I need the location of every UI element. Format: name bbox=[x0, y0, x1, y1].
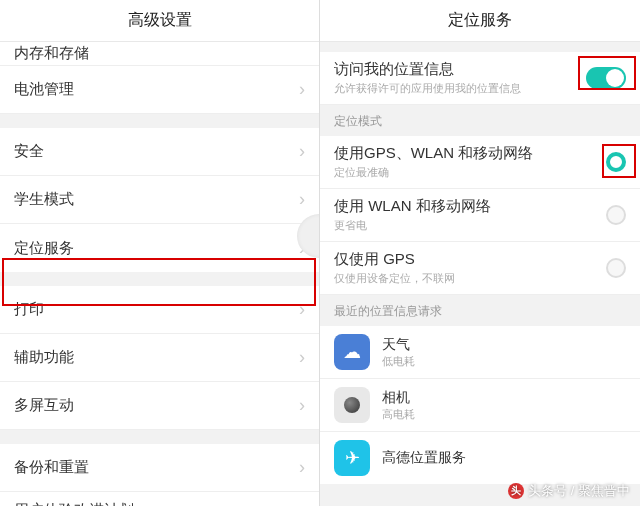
row-battery[interactable]: 电池管理 › bbox=[0, 66, 319, 114]
row-accessibility[interactable]: 辅助功能 › bbox=[0, 334, 319, 382]
access-title: 访问我的位置信息 bbox=[334, 60, 586, 79]
row-print[interactable]: 打印 › bbox=[0, 286, 319, 334]
mode-title: 仅使用 GPS bbox=[334, 250, 606, 269]
gap bbox=[0, 272, 319, 286]
label: 安全 bbox=[14, 142, 299, 161]
chevron-icon: › bbox=[299, 79, 305, 100]
app-name: 天气 bbox=[382, 336, 626, 354]
radio-icon[interactable] bbox=[606, 258, 626, 278]
row-mode-gps-wlan[interactable]: 使用GPS、WLAN 和移动网络 定位最准确 bbox=[320, 136, 640, 189]
watermark: 头 头条号 / 聚焦晋中 bbox=[508, 482, 630, 500]
label: 学生模式 bbox=[14, 190, 299, 209]
chevron-icon: › bbox=[299, 299, 305, 320]
app-row-amap[interactable]: ✈ 高德位置服务 bbox=[320, 432, 640, 484]
row-backup[interactable]: 备份和重置 › bbox=[0, 444, 319, 492]
mode-sub: 定位最准确 bbox=[334, 165, 606, 180]
right-title: 定位服务 bbox=[448, 10, 512, 31]
watermark-text: 头条号 / 聚焦晋中 bbox=[528, 482, 630, 500]
label: 定位服务 bbox=[14, 239, 299, 258]
right-content: 访问我的位置信息 允许获得许可的应用使用我的位置信息 定位模式 使用GPS、WL… bbox=[320, 42, 640, 506]
gap bbox=[320, 42, 640, 52]
mode-sub: 仅使用设备定位，不联网 bbox=[334, 271, 606, 286]
row-mode-gps-only[interactable]: 仅使用 GPS 仅使用设备定位，不联网 bbox=[320, 242, 640, 295]
app-name: 相机 bbox=[382, 389, 626, 407]
left-header: 高级设置 bbox=[0, 0, 319, 42]
label: 用户体验改进计划 bbox=[14, 501, 305, 507]
row-storage-partial[interactable]: 内存和存储 bbox=[0, 42, 319, 66]
chevron-icon: › bbox=[299, 347, 305, 368]
toggle-access[interactable] bbox=[586, 67, 626, 89]
left-title: 高级设置 bbox=[128, 10, 192, 31]
label: 打印 bbox=[14, 300, 299, 319]
weather-icon: ☁ bbox=[334, 334, 370, 370]
camera-icon bbox=[334, 387, 370, 423]
row-ux[interactable]: 用户体验改进计划 bbox=[0, 492, 319, 506]
row-location[interactable]: 定位服务 › bbox=[0, 224, 319, 272]
label: 多屏互动 bbox=[14, 396, 299, 415]
app-sub: 低电耗 bbox=[382, 354, 626, 369]
chevron-icon: › bbox=[299, 189, 305, 210]
chevron-icon: › bbox=[299, 457, 305, 478]
section-recent: 最近的位置信息请求 bbox=[320, 295, 640, 326]
mode-title: 使用 WLAN 和移动网络 bbox=[334, 197, 606, 216]
row-mode-wlan[interactable]: 使用 WLAN 和移动网络 更省电 bbox=[320, 189, 640, 242]
radio-selected-icon[interactable] bbox=[606, 152, 626, 172]
gap bbox=[0, 114, 319, 128]
label: 内存和存储 bbox=[14, 44, 89, 63]
app-row-weather[interactable]: ☁ 天气 低电耗 bbox=[320, 326, 640, 379]
right-header: 定位服务 bbox=[320, 0, 640, 42]
row-multiscreen[interactable]: 多屏互动 › bbox=[0, 382, 319, 430]
row-student[interactable]: 学生模式 › bbox=[0, 176, 319, 224]
label: 电池管理 bbox=[14, 80, 299, 99]
mode-title: 使用GPS、WLAN 和移动网络 bbox=[334, 144, 606, 163]
app-name: 高德位置服务 bbox=[382, 449, 626, 467]
label: 辅助功能 bbox=[14, 348, 299, 367]
mode-sub: 更省电 bbox=[334, 218, 606, 233]
left-content: 内存和存储 电池管理 › 安全 › 学生模式 › 定位服务 › 打印 › bbox=[0, 42, 319, 506]
row-security[interactable]: 安全 › bbox=[0, 128, 319, 176]
radio-icon[interactable] bbox=[606, 205, 626, 225]
settings-pane: 高级设置 内存和存储 电池管理 › 安全 › 学生模式 › 定位服务 › bbox=[0, 0, 320, 506]
label: 备份和重置 bbox=[14, 458, 299, 477]
chevron-icon: › bbox=[299, 141, 305, 162]
amap-icon: ✈ bbox=[334, 440, 370, 476]
access-sub: 允许获得许可的应用使用我的位置信息 bbox=[334, 81, 586, 96]
row-access-location[interactable]: 访问我的位置信息 允许获得许可的应用使用我的位置信息 bbox=[320, 52, 640, 105]
location-pane: 定位服务 访问我的位置信息 允许获得许可的应用使用我的位置信息 定位模式 使用G… bbox=[320, 0, 640, 506]
section-mode: 定位模式 bbox=[320, 105, 640, 136]
toutiao-logo-icon: 头 bbox=[508, 483, 524, 499]
gap bbox=[0, 430, 319, 444]
chevron-icon: › bbox=[299, 395, 305, 416]
app-sub: 高电耗 bbox=[382, 407, 626, 422]
app-row-camera[interactable]: 相机 高电耗 bbox=[320, 379, 640, 432]
